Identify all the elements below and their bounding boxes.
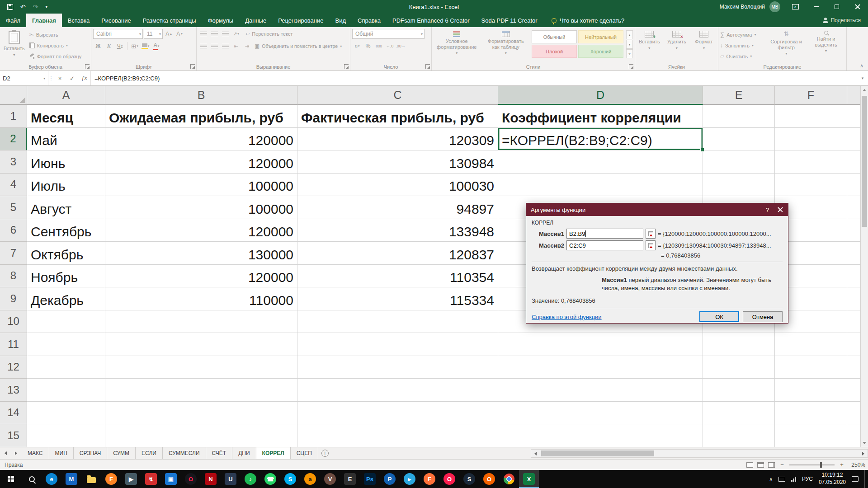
taskbar-icon-lightning-app[interactable]: ↯ xyxy=(141,470,161,488)
sheet-tab-summ[interactable]: СУММ xyxy=(107,447,136,459)
cell-A7[interactable]: Октябрь xyxy=(27,242,105,265)
align-top-button[interactable] xyxy=(198,29,208,39)
borders-button[interactable] xyxy=(130,41,140,51)
taskbar-icon-search[interactable] xyxy=(22,470,42,488)
page-break-view-button[interactable] xyxy=(768,462,775,468)
zoom-slider[interactable] xyxy=(789,465,835,465)
cell-E1[interactable] xyxy=(703,105,775,128)
taskbar-icon-spotify[interactable]: ♪ xyxy=(241,470,260,488)
conditional-formatting-button[interactable]: Условное форматирование xyxy=(434,29,480,62)
ribbon-tab-view[interactable]: Вид xyxy=(330,14,352,27)
taskbar-icon-telegram[interactable]: ▸ xyxy=(400,470,420,488)
taskbar-icon-netflix[interactable]: N xyxy=(201,470,221,488)
fill-color-button[interactable] xyxy=(141,41,151,51)
taskbar-icon-chrome[interactable] xyxy=(499,470,519,488)
ribbon-tab-home[interactable]: Главная xyxy=(26,14,62,27)
share-button[interactable]: Поделиться xyxy=(823,14,868,27)
number-format-combo[interactable]: Общий▾ xyxy=(352,29,425,39)
row-header-8[interactable]: 8 xyxy=(0,265,27,288)
taskbar-icon-media-app[interactable]: ▶ xyxy=(121,470,141,488)
ribbon-tab-page-layout[interactable]: Разметка страницы xyxy=(137,14,202,27)
vertical-scroll-thumb[interactable] xyxy=(862,96,867,227)
bold-button[interactable]: Ж xyxy=(93,41,103,51)
ribbon-tab-pdfsam[interactable]: PDFsam Enhanced 6 Creator xyxy=(387,14,476,27)
sheet-tab-maks[interactable]: МАКС xyxy=(22,447,49,459)
tell-me-box[interactable]: Что вы хотите сделать? xyxy=(552,14,625,27)
scroll-up-button[interactable] xyxy=(861,86,868,94)
cell-F2[interactable] xyxy=(775,128,847,151)
cell-style-bad[interactable]: Плохой xyxy=(532,45,577,58)
row-header-5[interactable]: 5 xyxy=(0,196,27,219)
cell-C15[interactable] xyxy=(297,424,498,447)
sheet-tab-summesli[interactable]: СУММЕСЛИ xyxy=(163,447,206,459)
gallery-down-button[interactable]: ▾ xyxy=(626,40,633,49)
cell-D2[interactable]: =КОРРЕЛ(B2:B9;C2:C9) xyxy=(498,128,703,151)
sheet-tab-dni[interactable]: ДНИ xyxy=(232,447,256,459)
array2-input[interactable]: C2:C9 xyxy=(566,240,643,250)
cell-C3[interactable]: 130984 xyxy=(297,150,498,174)
clear-button[interactable]: Очистить xyxy=(720,52,765,61)
cell-C9[interactable]: 115334 xyxy=(297,287,498,310)
cancel-entry-button[interactable]: × xyxy=(54,71,66,85)
horizontal-scrollbar[interactable] xyxy=(531,449,868,458)
increase-font-size-button[interactable]: А▴ xyxy=(164,29,174,39)
cell-E2[interactable] xyxy=(703,128,775,151)
cell-A9[interactable]: Декабрь xyxy=(27,287,105,310)
array1-input[interactable]: B2:B9 xyxy=(566,229,643,239)
increase-indent-button[interactable] xyxy=(242,41,252,51)
row-header-12[interactable]: 12 xyxy=(0,356,27,379)
sheet-tab-scep[interactable]: СЦЕП xyxy=(291,447,318,459)
cell-C2[interactable]: 120309 xyxy=(297,128,498,151)
column-header-E[interactable]: E xyxy=(703,86,775,105)
row-header-4[interactable]: 4 xyxy=(0,174,27,197)
ribbon-tab-help[interactable]: Справка xyxy=(352,14,387,27)
function-help-link[interactable]: Справка по этой функции xyxy=(532,314,602,320)
fill-button[interactable]: Заполнить xyxy=(720,41,765,50)
row-header-7[interactable]: 7 xyxy=(0,242,27,265)
row-header-10[interactable]: 10 xyxy=(0,310,27,333)
array2-range-picker-button[interactable] xyxy=(646,240,656,250)
cell-E3[interactable] xyxy=(703,150,775,174)
page-layout-view-button[interactable] xyxy=(757,462,764,468)
cell-D1[interactable]: Коэффициент корреляции xyxy=(498,105,703,128)
number-dialog-launcher[interactable] xyxy=(425,64,430,69)
cell-B6[interactable]: 120000 xyxy=(105,219,297,242)
cell-C5[interactable]: 94897 xyxy=(297,196,498,219)
minimize-button[interactable] xyxy=(806,0,826,14)
align-center-button[interactable] xyxy=(209,41,219,51)
insert-cells-button[interactable]: + Вставить xyxy=(637,29,662,62)
column-header-C[interactable]: C xyxy=(297,86,498,105)
dialog-close-button[interactable] xyxy=(777,206,783,213)
cell-A12[interactable] xyxy=(27,356,105,379)
row-header-3[interactable]: 3 xyxy=(0,150,27,174)
expand-formula-bar-button[interactable]: ▾ xyxy=(857,71,868,85)
maximize-button[interactable] xyxy=(826,0,847,14)
cell-D14[interactable] xyxy=(498,402,703,425)
language-indicator[interactable]: РУС xyxy=(802,476,813,482)
taskbar-icon-firefox[interactable]: F xyxy=(101,470,121,488)
percent-style-button[interactable] xyxy=(363,41,373,51)
cell-F11[interactable] xyxy=(775,333,847,356)
cell-C7[interactable]: 120837 xyxy=(297,242,498,265)
new-sheet-button[interactable]: + xyxy=(318,447,332,459)
taskbar-icon-excel[interactable]: X xyxy=(519,470,539,488)
cell-A11[interactable] xyxy=(27,333,105,356)
ribbon-display-options-button[interactable]: ∧ xyxy=(785,0,806,14)
cell-A4[interactable]: Июль xyxy=(27,174,105,197)
cell-C1[interactable]: Фактическая прибыль, руб xyxy=(297,105,498,128)
align-middle-button[interactable] xyxy=(209,29,219,39)
cell-D12[interactable] xyxy=(498,356,703,379)
format-as-table-button[interactable]: Форматировать как таблицу xyxy=(483,29,529,62)
font-size-combo[interactable]: 11▾ xyxy=(144,29,163,39)
normal-view-button[interactable] xyxy=(746,462,753,468)
taskbar-icon-opera-gx[interactable]: O xyxy=(181,470,201,488)
formula-bar-grip[interactable]: ⋮ xyxy=(48,71,54,85)
cell-F12[interactable] xyxy=(775,356,847,379)
cell-F3[interactable] xyxy=(775,150,847,174)
cell-F13[interactable] xyxy=(775,379,847,402)
row-header-13[interactable]: 13 xyxy=(0,379,27,402)
sort-filter-button[interactable]: Сортировка и фильтр xyxy=(768,29,805,62)
cell-B12[interactable] xyxy=(105,356,297,379)
zoom-out-button[interactable] xyxy=(779,461,785,468)
cell-B8[interactable]: 120000 xyxy=(105,265,297,288)
